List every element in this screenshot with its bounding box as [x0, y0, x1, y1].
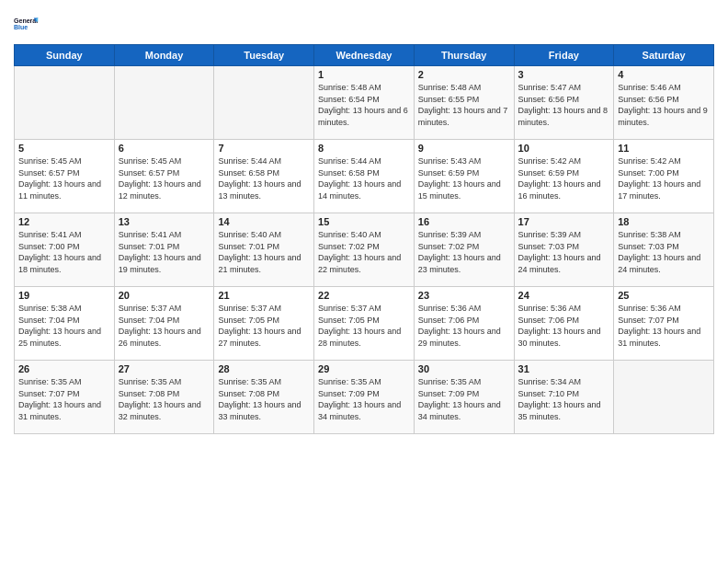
- cell-info: Sunrise: 5:36 AMSunset: 7:07 PMDaylight:…: [618, 303, 710, 349]
- cell-info: Sunrise: 5:35 AMSunset: 7:08 PMDaylight:…: [218, 376, 310, 422]
- cell-day-number: 24: [518, 290, 610, 301]
- header: GeneralBlue: [14, 9, 714, 39]
- logo-icon: GeneralBlue: [14, 9, 43, 39]
- cell-info: Sunrise: 5:39 AMSunset: 7:02 PMDaylight:…: [418, 229, 510, 275]
- cell-day-number: 12: [18, 216, 110, 227]
- cell-info: Sunrise: 5:35 AMSunset: 7:09 PMDaylight:…: [418, 376, 510, 422]
- calendar-cell: 28Sunrise: 5:35 AMSunset: 7:08 PMDayligh…: [214, 361, 314, 434]
- calendar-cell: 13Sunrise: 5:41 AMSunset: 7:01 PMDayligh…: [114, 213, 214, 287]
- calendar-cell: 11Sunrise: 5:42 AMSunset: 7:00 PMDayligh…: [614, 140, 714, 213]
- calendar-cell: [614, 361, 714, 434]
- cell-info: Sunrise: 5:37 AMSunset: 7:05 PMDaylight:…: [318, 303, 410, 349]
- calendar-cell: 17Sunrise: 5:39 AMSunset: 7:03 PMDayligh…: [514, 213, 614, 287]
- calendar-cell: 5Sunrise: 5:45 AMSunset: 6:57 PMDaylight…: [15, 140, 115, 213]
- cell-day-number: 14: [218, 216, 310, 227]
- calendar-cell: 20Sunrise: 5:37 AMSunset: 7:04 PMDayligh…: [114, 287, 214, 361]
- cell-info: Sunrise: 5:44 AMSunset: 6:58 PMDaylight:…: [218, 155, 310, 201]
- calendar-table: SundayMondayTuesdayWednesdayThursdayFrid…: [14, 44, 714, 434]
- cell-info: Sunrise: 5:36 AMSunset: 7:06 PMDaylight:…: [418, 303, 510, 349]
- calendar-cell: [114, 66, 214, 140]
- calendar-cell: 7Sunrise: 5:44 AMSunset: 6:58 PMDaylight…: [214, 140, 314, 213]
- cell-day-number: 11: [618, 143, 710, 154]
- cell-info: Sunrise: 5:45 AMSunset: 6:57 PMDaylight:…: [119, 155, 210, 201]
- weekday-header-monday: Monday: [114, 45, 214, 66]
- calendar-week-2: 12Sunrise: 5:41 AMSunset: 7:00 PMDayligh…: [15, 213, 714, 287]
- cell-day-number: 10: [518, 143, 610, 154]
- cell-day-number: 8: [318, 143, 410, 154]
- calendar-cell: [15, 66, 115, 140]
- calendar-cell: 22Sunrise: 5:37 AMSunset: 7:05 PMDayligh…: [314, 287, 415, 361]
- calendar-cell: 3Sunrise: 5:47 AMSunset: 6:56 PMDaylight…: [514, 66, 614, 140]
- cell-day-number: 30: [418, 363, 510, 374]
- cell-info: Sunrise: 5:45 AMSunset: 6:57 PMDaylight:…: [18, 155, 110, 201]
- cell-info: Sunrise: 5:48 AMSunset: 6:55 PMDaylight:…: [418, 82, 510, 128]
- calendar-body: 1Sunrise: 5:48 AMSunset: 6:54 PMDaylight…: [15, 66, 714, 434]
- cell-day-number: 19: [18, 290, 110, 301]
- cell-day-number: 9: [418, 143, 510, 154]
- calendar-cell: 1Sunrise: 5:48 AMSunset: 6:54 PMDaylight…: [314, 66, 415, 140]
- calendar-cell: 12Sunrise: 5:41 AMSunset: 7:00 PMDayligh…: [15, 213, 115, 287]
- cell-day-number: 31: [518, 363, 610, 374]
- cell-day-number: 17: [518, 216, 610, 227]
- calendar-header: SundayMondayTuesdayWednesdayThursdayFrid…: [15, 45, 714, 66]
- cell-info: Sunrise: 5:35 AMSunset: 7:09 PMDaylight:…: [318, 376, 410, 422]
- weekday-header-thursday: Thursday: [414, 45, 514, 66]
- calendar-cell: 8Sunrise: 5:44 AMSunset: 6:58 PMDaylight…: [314, 140, 415, 213]
- calendar-cell: 16Sunrise: 5:39 AMSunset: 7:02 PMDayligh…: [414, 213, 514, 287]
- cell-day-number: 20: [119, 290, 210, 301]
- cell-day-number: 26: [18, 363, 110, 374]
- weekday-header-saturday: Saturday: [614, 45, 714, 66]
- cell-day-number: 16: [418, 216, 510, 227]
- cell-info: Sunrise: 5:41 AMSunset: 7:01 PMDaylight:…: [119, 229, 210, 275]
- weekday-header-friday: Friday: [514, 45, 614, 66]
- calendar-cell: 9Sunrise: 5:43 AMSunset: 6:59 PMDaylight…: [414, 140, 514, 213]
- cell-day-number: 28: [218, 363, 310, 374]
- cell-info: Sunrise: 5:36 AMSunset: 7:06 PMDaylight:…: [518, 303, 610, 349]
- cell-day-number: 27: [119, 363, 210, 374]
- cell-day-number: 29: [318, 363, 410, 374]
- cell-day-number: 2: [418, 69, 510, 80]
- logo: GeneralBlue: [14, 9, 43, 39]
- cell-info: Sunrise: 5:46 AMSunset: 6:56 PMDaylight:…: [618, 82, 710, 128]
- calendar-cell: 6Sunrise: 5:45 AMSunset: 6:57 PMDaylight…: [114, 140, 214, 213]
- cell-day-number: 13: [119, 216, 210, 227]
- cell-info: Sunrise: 5:42 AMSunset: 7:00 PMDaylight:…: [618, 155, 710, 201]
- calendar-cell: 24Sunrise: 5:36 AMSunset: 7:06 PMDayligh…: [514, 287, 614, 361]
- cell-day-number: 7: [218, 143, 310, 154]
- cell-info: Sunrise: 5:38 AMSunset: 7:04 PMDaylight:…: [18, 303, 110, 349]
- cell-info: Sunrise: 5:35 AMSunset: 7:07 PMDaylight:…: [18, 376, 110, 422]
- calendar-cell: 18Sunrise: 5:38 AMSunset: 7:03 PMDayligh…: [614, 213, 714, 287]
- calendar-cell: 31Sunrise: 5:34 AMSunset: 7:10 PMDayligh…: [514, 361, 614, 434]
- cell-info: Sunrise: 5:34 AMSunset: 7:10 PMDaylight:…: [518, 376, 610, 422]
- cell-info: Sunrise: 5:39 AMSunset: 7:03 PMDaylight:…: [518, 229, 610, 275]
- cell-day-number: 21: [218, 290, 310, 301]
- cell-info: Sunrise: 5:40 AMSunset: 7:02 PMDaylight:…: [318, 229, 410, 275]
- cell-day-number: 5: [18, 143, 110, 154]
- cell-info: Sunrise: 5:48 AMSunset: 6:54 PMDaylight:…: [318, 82, 410, 128]
- calendar-cell: 23Sunrise: 5:36 AMSunset: 7:06 PMDayligh…: [414, 287, 514, 361]
- calendar-cell: 27Sunrise: 5:35 AMSunset: 7:08 PMDayligh…: [114, 361, 214, 434]
- cell-info: Sunrise: 5:47 AMSunset: 6:56 PMDaylight:…: [518, 82, 610, 128]
- cell-day-number: 18: [618, 216, 710, 227]
- weekday-header-row: SundayMondayTuesdayWednesdayThursdayFrid…: [15, 45, 714, 66]
- calendar-cell: 4Sunrise: 5:46 AMSunset: 6:56 PMDaylight…: [614, 66, 714, 140]
- calendar-week-4: 26Sunrise: 5:35 AMSunset: 7:07 PMDayligh…: [15, 361, 714, 434]
- calendar-container: GeneralBlue SundayMondayTuesdayWednesday…: [0, 0, 728, 563]
- weekday-header-wednesday: Wednesday: [314, 45, 415, 66]
- cell-info: Sunrise: 5:40 AMSunset: 7:01 PMDaylight:…: [218, 229, 310, 275]
- calendar-week-0: 1Sunrise: 5:48 AMSunset: 6:54 PMDaylight…: [15, 66, 714, 140]
- cell-info: Sunrise: 5:35 AMSunset: 7:08 PMDaylight:…: [119, 376, 210, 422]
- cell-info: Sunrise: 5:42 AMSunset: 6:59 PMDaylight:…: [518, 155, 610, 201]
- cell-info: Sunrise: 5:44 AMSunset: 6:58 PMDaylight:…: [318, 155, 410, 201]
- cell-info: Sunrise: 5:37 AMSunset: 7:04 PMDaylight:…: [119, 303, 210, 349]
- cell-day-number: 25: [618, 290, 710, 301]
- cell-info: Sunrise: 5:38 AMSunset: 7:03 PMDaylight:…: [618, 229, 710, 275]
- calendar-cell: 30Sunrise: 5:35 AMSunset: 7:09 PMDayligh…: [414, 361, 514, 434]
- svg-text:Blue: Blue: [14, 24, 28, 30]
- weekday-header-tuesday: Tuesday: [214, 45, 314, 66]
- cell-day-number: 1: [318, 69, 410, 80]
- cell-day-number: 4: [618, 69, 710, 80]
- calendar-cell: [214, 66, 314, 140]
- cell-info: Sunrise: 5:37 AMSunset: 7:05 PMDaylight:…: [218, 303, 310, 349]
- calendar-cell: 14Sunrise: 5:40 AMSunset: 7:01 PMDayligh…: [214, 213, 314, 287]
